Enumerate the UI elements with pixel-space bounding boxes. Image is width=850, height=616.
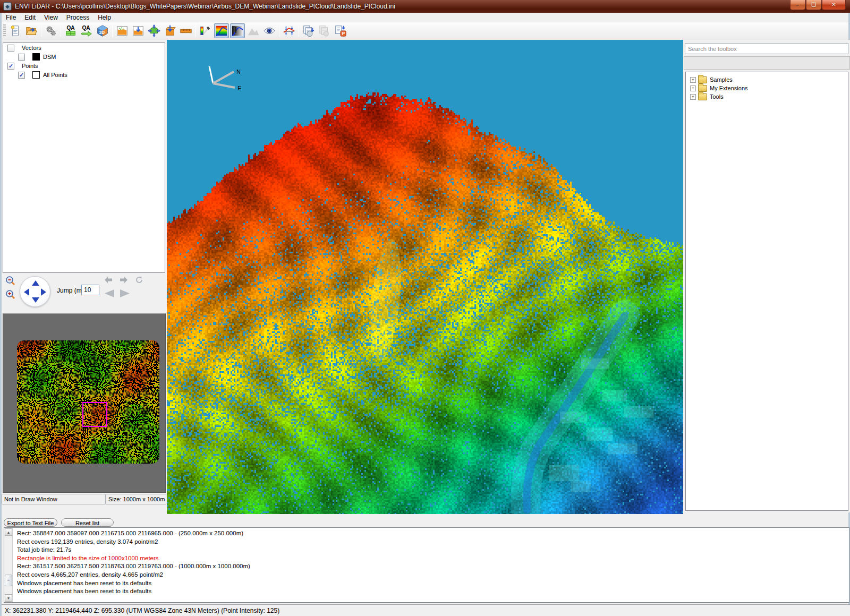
svg-text:QA: QA <box>82 25 90 31</box>
navigation-panel: Jump (m): <box>2 273 166 312</box>
layer-checkbox[interactable]: ✓ <box>18 72 25 79</box>
measure-icon[interactable] <box>178 23 193 38</box>
export-text-button[interactable]: Export to Text File <box>4 518 57 527</box>
toolbox-item-tools[interactable]: +Tools <box>690 92 848 101</box>
log-line: Windows placement has been reset to its … <box>17 580 846 588</box>
intensity-histogram-icon[interactable] <box>230 23 245 38</box>
cross-section-icon[interactable] <box>282 23 296 38</box>
open-project-icon[interactable] <box>24 23 39 38</box>
log-scrollbar[interactable]: ▲ ≡ ▼ <box>4 528 13 602</box>
app-window: ◈ ENVI LiDAR - C:\Users\pcollins\Desktop… <box>0 0 850 616</box>
expand-icon[interactable]: + <box>690 77 696 83</box>
menu-help[interactable]: Help <box>94 13 115 22</box>
layer-checkbox[interactable] <box>7 45 14 52</box>
preferences-icon[interactable] <box>44 23 58 38</box>
expand-icon[interactable]: + <box>690 94 696 100</box>
jump-input[interactable] <box>81 285 99 295</box>
step-forward-icon[interactable] <box>119 289 132 299</box>
overview-panel <box>3 313 166 493</box>
overview-minimap[interactable] <box>17 340 159 464</box>
toolbox-tree: +Samples+My Extensions+Tools <box>685 72 848 511</box>
history-back-icon[interactable] <box>104 276 113 285</box>
dsm-image-icon[interactable] <box>115 23 130 38</box>
app-icon: ◈ <box>3 2 12 11</box>
layer-label[interactable]: DSM <box>43 54 56 60</box>
menu-view[interactable]: View <box>40 13 62 22</box>
reproject-icon[interactable] <box>147 23 162 38</box>
window-title: ENVI LiDAR - C:\Users\pcollins\Desktop\B… <box>15 3 395 10</box>
close-button[interactable]: ✕ <box>822 0 846 10</box>
toolbar-separator <box>41 24 41 37</box>
toolbar: QAQA3DP <box>2 22 848 39</box>
minimize-button[interactable]: – <box>790 0 805 10</box>
point-cloud-viewport[interactable]: N E <box>167 40 683 514</box>
toolbar-separator <box>196 24 196 37</box>
coordinate-status-bar: X: 362231.380 Y: 2119464.440 Z: 695.330 … <box>2 604 850 616</box>
zoom-in-icon[interactable] <box>5 289 16 301</box>
dsm-import-icon[interactable] <box>131 23 146 38</box>
toolbox-item-label[interactable]: My Extensions <box>710 85 748 91</box>
toolbox-item-my-extensions[interactable]: +My Extensions <box>690 84 848 92</box>
log-line: Rectangle is limited to the size of 1000… <box>17 555 846 563</box>
svg-text:QA: QA <box>66 25 75 31</box>
layer-checkbox[interactable] <box>18 54 25 61</box>
log-line: Rect: 358847.000 359097.000 2116715.000 … <box>17 530 846 538</box>
menu-process[interactable]: Process <box>62 13 94 22</box>
layer-label[interactable]: Vectors <box>22 45 41 51</box>
scroll-thumb[interactable]: ≡ <box>5 575 12 586</box>
scroll-up-icon[interactable]: ▲ <box>5 528 12 536</box>
import-points-icon[interactable] <box>163 23 177 38</box>
visibility-icon[interactable] <box>262 23 277 38</box>
scroll-down-icon[interactable]: ▼ <box>5 594 12 602</box>
toolbar-grip[interactable] <box>3 24 6 37</box>
point-cloud-canvas[interactable] <box>167 40 683 514</box>
layer-row-dsm: DSM <box>3 53 165 61</box>
view-3d-icon[interactable]: 3D <box>95 23 110 38</box>
history-forward-icon[interactable] <box>119 276 129 285</box>
pan-right-arrow[interactable] <box>41 288 46 296</box>
expand-icon[interactable]: + <box>690 85 696 91</box>
menu-edit[interactable]: Edit <box>20 13 40 22</box>
pan-down-arrow[interactable] <box>32 297 39 303</box>
layer-color-swatch[interactable] <box>32 53 40 61</box>
layer-color-swatch[interactable] <box>32 71 40 79</box>
export-powerpoint-icon[interactable]: P <box>333 23 348 38</box>
pan-pad[interactable] <box>20 276 50 307</box>
color-by-elevation-icon[interactable] <box>214 23 229 38</box>
qa-report-icon[interactable]: QA <box>63 23 78 38</box>
title-bar[interactable]: ◈ ENVI LiDAR - C:\Users\pcollins\Desktop… <box>0 0 850 13</box>
refresh-icon[interactable] <box>135 276 143 285</box>
layer-label[interactable]: Points <box>22 63 38 69</box>
log-line: Rect covers 192,139 entries, density 3.0… <box>17 538 846 547</box>
layer-checkbox[interactable]: ✓ <box>7 63 14 70</box>
svg-text:3D: 3D <box>99 29 105 35</box>
log-line: Rect: 361517.500 362517.500 2118763.000 … <box>17 563 846 571</box>
layer-row-points: ✓Points <box>3 62 165 70</box>
new-project-icon[interactable] <box>8 23 23 38</box>
folder-icon <box>698 93 707 100</box>
toolbox-item-samples[interactable]: +Samples <box>690 75 848 84</box>
layer-label[interactable]: All Points <box>43 72 67 78</box>
overview-size-status: Size: 1000m x 1000m <box>106 494 166 504</box>
layers-panel: VectorsDSM✓Points✓All Points <box>3 42 165 273</box>
export-view-icon[interactable] <box>301 23 316 38</box>
toolbox-search-input[interactable] <box>685 43 848 54</box>
reset-list-button[interactable]: Reset list <box>61 518 114 527</box>
step-back-icon[interactable] <box>103 289 115 299</box>
color-picker-icon[interactable] <box>198 23 213 38</box>
pan-up-arrow[interactable] <box>32 280 39 286</box>
toolbar-separator <box>61 24 61 37</box>
zoom-out-icon[interactable] <box>5 275 16 287</box>
layer-row-vectors: Vectors <box>3 44 165 52</box>
folder-icon <box>698 85 707 92</box>
menu-file[interactable]: File <box>2 13 20 22</box>
folder-icon <box>698 76 707 83</box>
view-extent-rect[interactable] <box>82 402 107 427</box>
qa-process-icon[interactable]: QA <box>79 23 94 38</box>
log-line: Windows placement has been reset to its … <box>17 588 846 596</box>
toolbox-panel: +Samples+My Extensions+Tools <box>684 40 850 512</box>
pan-left-arrow[interactable] <box>24 288 29 296</box>
restore-button[interactable]: ❏ <box>806 0 821 10</box>
toolbox-item-label[interactable]: Samples <box>710 76 733 83</box>
toolbox-item-label[interactable]: Tools <box>710 93 724 100</box>
